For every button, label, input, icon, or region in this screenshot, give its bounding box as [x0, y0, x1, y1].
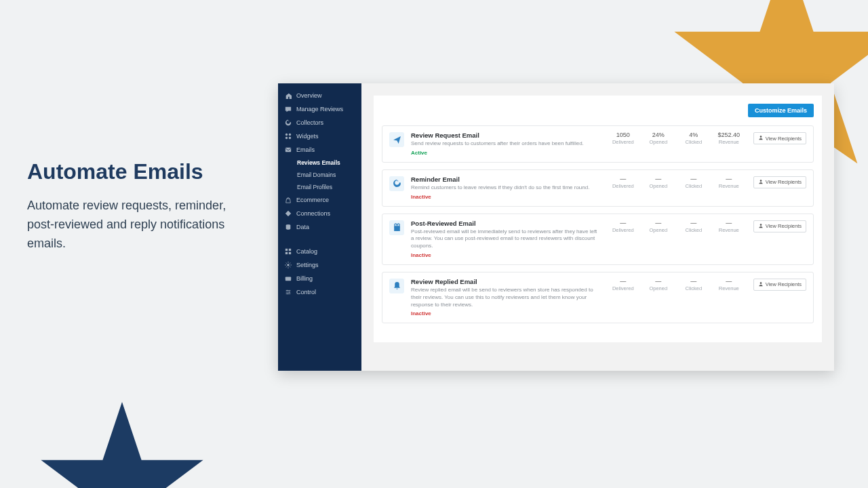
email-title: Reminder Email	[411, 176, 599, 183]
svg-point-22	[760, 224, 762, 226]
svg-rect-6	[285, 148, 291, 152]
email-card-post-reviewed-email: Post-Reviewed Email Post-reviewed email …	[382, 214, 814, 265]
svg-point-19	[760, 180, 762, 182]
stat-delivered: —Delivered	[606, 278, 641, 291]
status-badge: Inactive	[411, 252, 599, 258]
view-recipients-button[interactable]: View Recipients	[753, 279, 806, 291]
sidebar-item-label: Ecommerce	[296, 197, 329, 203]
email-description: Post-reviewed email will be immediately …	[411, 228, 599, 250]
grid-icon	[285, 248, 292, 255]
sidebar-item-ecommerce[interactable]: Ecommerce	[278, 193, 361, 207]
sidebar-item-label: Emails	[296, 146, 315, 153]
sidebar-item-billing[interactable]: Billing	[278, 272, 361, 285]
svg-point-17	[287, 293, 288, 295]
user-icon	[758, 223, 764, 230]
mail-icon	[285, 146, 292, 153]
refresh-icon	[285, 119, 292, 126]
user-icon	[758, 179, 764, 186]
review-icon	[285, 106, 292, 113]
user-icon	[758, 281, 764, 288]
svg-point-23	[760, 282, 762, 284]
email-card-review-replied-email: Review Replied Email Review replied emai…	[382, 272, 814, 323]
send-icon	[389, 132, 404, 147]
sidebar-item-connections[interactable]: Connections	[278, 207, 361, 220]
stat-opened: —Opened	[641, 220, 676, 233]
sidebar-subitem-email-profiles[interactable]: Email Profiles	[278, 181, 361, 193]
sidebar-item-manage-reviews[interactable]: Manage Reviews	[278, 102, 361, 116]
stat-delivered: —Delivered	[606, 176, 641, 189]
sidebar-item-label: Overview	[296, 92, 322, 99]
marketing-copy: Automate Emails Automate review requests…	[27, 159, 244, 253]
sidebar-item-label: Manage Reviews	[296, 106, 343, 113]
stat-revenue: —Revenue	[711, 278, 747, 291]
stat-delivered: 1050Delivered	[606, 131, 641, 145]
sidebar-item-overview[interactable]: Overview	[278, 89, 361, 102]
widgets-icon	[285, 133, 292, 140]
sidebar-item-control[interactable]: Control	[278, 285, 361, 299]
svg-point-4	[285, 137, 288, 139]
sidebar-item-catalog[interactable]: Catalog	[278, 245, 361, 258]
stats-group: 1050Delivered24%Opened4%Clicked$252.40Re…	[606, 131, 747, 145]
marketing-title: Automate Emails	[27, 159, 244, 184]
stat-clicked: —Clicked	[676, 176, 711, 189]
stat-clicked: —Clicked	[676, 220, 711, 233]
sidebar-item-label: Connections	[296, 210, 330, 217]
bag-icon	[285, 197, 292, 203]
card-icon	[285, 275, 292, 282]
sidebar-item-collectors[interactable]: Collectors	[278, 116, 361, 129]
stat-revenue: $252.40Revenue	[711, 131, 747, 145]
svg-point-5	[289, 137, 291, 139]
customize-emails-button[interactable]: Customize Emails	[748, 104, 814, 117]
refresh-icon	[389, 176, 404, 191]
svg-rect-14	[285, 278, 291, 279]
gear-icon	[285, 262, 292, 268]
stat-opened: 24%Opened	[641, 131, 676, 145]
view-recipients-button[interactable]: View Recipients	[753, 132, 806, 144]
home-icon	[285, 92, 292, 99]
sidebar-item-label: Billing	[296, 275, 313, 282]
sliders-icon	[285, 289, 292, 296]
email-description: Send review requests to customers after …	[411, 140, 599, 148]
svg-point-18	[760, 136, 762, 138]
stat-delivered: —Delivered	[606, 220, 641, 233]
sidebar-subitem-reviews-emails[interactable]: Reviews Emails	[278, 157, 361, 169]
main-content: Customize Emails Review Request Email Se…	[361, 83, 834, 371]
svg-point-12	[287, 264, 289, 266]
sidebar-item-label: Catalog	[296, 248, 317, 255]
stat-clicked: 4%Clicked	[676, 131, 711, 145]
stat-opened: —Opened	[641, 278, 676, 291]
svg-point-16	[289, 291, 290, 293]
sidebar-item-emails[interactable]: Emails	[278, 143, 361, 157]
email-title: Review Replied Email	[411, 278, 599, 285]
svg-point-2	[285, 134, 288, 136]
sidebar-item-label: Data	[296, 224, 309, 230]
svg-rect-13	[285, 277, 291, 281]
svg-rect-8	[285, 249, 288, 251]
svg-point-3	[289, 134, 291, 136]
stat-revenue: —Revenue	[711, 220, 747, 233]
email-title: Review Request Email	[411, 131, 599, 139]
sidebar-item-label: Control	[296, 289, 316, 296]
sidebar-item-settings[interactable]: Settings	[278, 258, 361, 272]
status-badge: Inactive	[411, 194, 599, 200]
bell-icon	[389, 279, 404, 293]
stats-group: —Delivered—Opened—Clicked—Revenue	[606, 220, 747, 233]
svg-point-15	[287, 290, 288, 291]
sidebar: Overview Manage Reviews Collectors Widge…	[278, 83, 361, 371]
user-icon	[758, 135, 764, 142]
svg-rect-11	[289, 252, 291, 254]
app-window: Overview Manage Reviews Collectors Widge…	[278, 83, 834, 371]
diamond-icon	[285, 210, 292, 217]
sidebar-subitem-email-domains[interactable]: Email Domains	[278, 169, 361, 181]
sidebar-item-widgets[interactable]: Widgets	[278, 129, 361, 143]
sidebar-item-label: Collectors	[296, 119, 323, 126]
stats-group: —Delivered—Opened—Clicked—Revenue	[606, 176, 747, 189]
view-recipients-button[interactable]: View Recipients	[753, 220, 806, 232]
svg-marker-1	[41, 402, 203, 488]
view-recipients-button[interactable]: View Recipients	[753, 176, 806, 188]
star-decoration-navy	[34, 393, 210, 488]
email-card-review-request-email: Review Request Email Send review request…	[382, 125, 814, 163]
email-title: Post-Reviewed Email	[411, 220, 599, 227]
status-badge: Inactive	[411, 310, 599, 317]
sidebar-item-data[interactable]: Data	[278, 220, 361, 234]
